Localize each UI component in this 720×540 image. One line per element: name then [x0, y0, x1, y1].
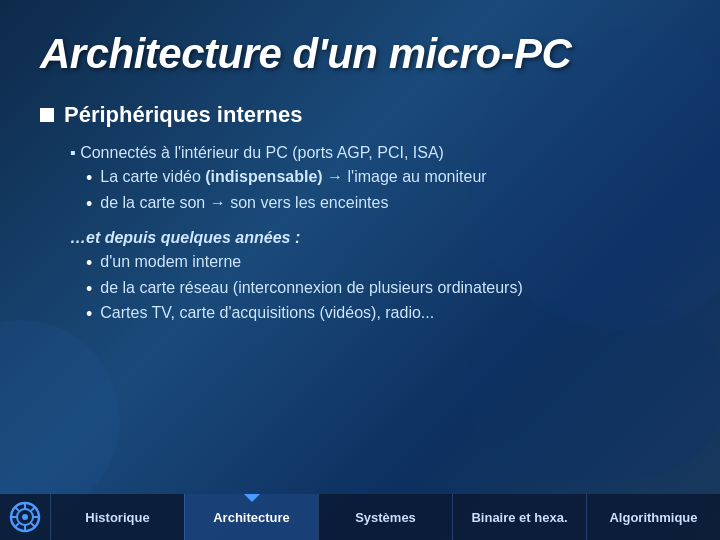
sub-heading-text: ▪ Connectés à l'intérieur du PC (ports A… [70, 144, 680, 162]
bullet-list-cards: La carte vidéo (indispensable) → l'image… [70, 168, 680, 215]
bullet-list-recent: d'un modem interne de la carte réseau (i… [70, 253, 680, 326]
slide: Architecture d'un micro-PC Périphériques… [0, 0, 720, 540]
bullet2-text: de la carte son → son vers les enceintes [100, 194, 388, 212]
bullet1-bold: (indispensable) [205, 168, 322, 185]
extra-bullet3-text: Cartes TV, carte d'acquisitions (vidéos)… [100, 304, 434, 322]
list-item-sound: de la carte son → son vers les enceintes [86, 194, 680, 216]
tab-architecture[interactable]: Architecture [184, 494, 318, 540]
list-item-modem: d'un modem interne [86, 253, 680, 275]
extra-bullet2-text: de la carte réseau (interconnexion de pl… [100, 279, 522, 297]
section-bullet-icon [40, 108, 54, 122]
tab-binaire[interactable]: Binaire et hexa. [452, 494, 586, 540]
sub-heading-prefix: ▪ [70, 144, 80, 161]
nav-tabs: Historique Architecture Systèmes Binaire… [50, 494, 720, 540]
sub-section-recent: …et depuis quelques années : d'un modem … [70, 229, 680, 326]
slide-content: Architecture d'un micro-PC Périphériques… [0, 0, 720, 360]
nav-bar: Historique Architecture Systèmes Binaire… [0, 494, 720, 540]
bullet1-rest: → l'image au moniteur [323, 168, 487, 185]
rotary-logo-icon [9, 501, 41, 533]
list-item-video: La carte vidéo (indispensable) → l'image… [86, 168, 680, 190]
content-body: ▪ Connectés à l'intérieur du PC (ports A… [40, 144, 680, 326]
list-item-tv: Cartes TV, carte d'acquisitions (vidéos)… [86, 304, 680, 326]
section-heading: Périphériques internes [40, 102, 680, 128]
list-item-network: de la carte réseau (interconnexion de pl… [86, 279, 680, 301]
bullet1-text: La carte vidéo [100, 168, 205, 185]
tab-historique[interactable]: Historique [50, 494, 184, 540]
tab-algorithmique[interactable]: Algorithmique [586, 494, 720, 540]
nav-logo [0, 494, 50, 540]
svg-point-2 [22, 514, 28, 520]
section-heading-text: Périphériques internes [64, 102, 302, 128]
sub-section-ports: ▪ Connectés à l'intérieur du PC (ports A… [70, 144, 680, 215]
sub-heading-label: Connectés à l'intérieur du PC (ports AGP… [80, 144, 444, 161]
tab-systemes[interactable]: Systèmes [318, 494, 452, 540]
italic-heading: …et depuis quelques années : [70, 229, 680, 247]
slide-title: Architecture d'un micro-PC [40, 30, 680, 78]
list-item-video-text: La carte vidéo (indispensable) → l'image… [100, 168, 486, 186]
extra-bullet1-text: d'un modem interne [100, 253, 241, 271]
